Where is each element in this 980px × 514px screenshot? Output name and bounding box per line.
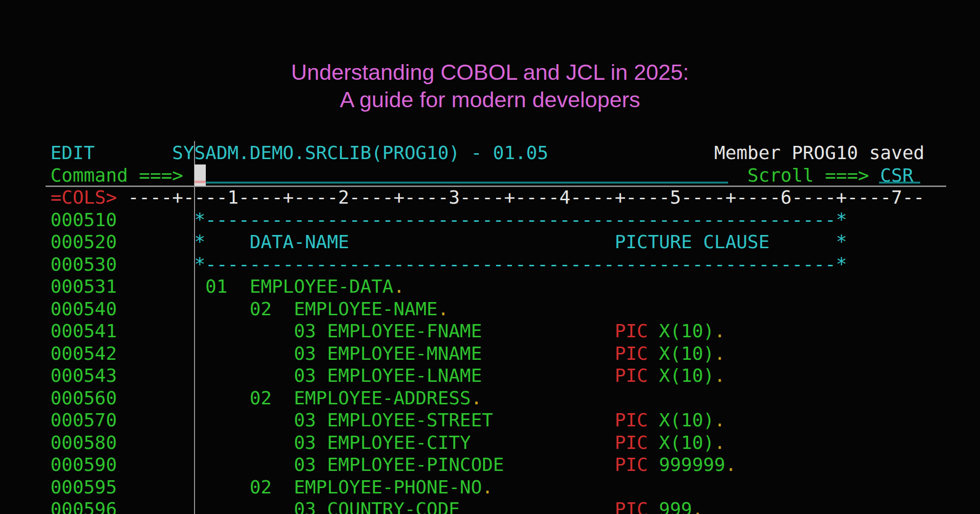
pic-keyword: PIC [614, 343, 648, 365]
cursor-stripe [195, 181, 206, 183]
level-number: 01 [205, 276, 227, 298]
text-cursor [195, 164, 206, 186]
column-ruler: ----+----1----+----2----+----3----+----4… [128, 187, 925, 209]
line-number: 000595 [50, 476, 117, 499]
period: . [393, 276, 405, 298]
page-title-line2: A guide for modern developers [0, 86, 980, 114]
period: . [692, 498, 703, 514]
level-number: 03 [294, 432, 316, 454]
command-label: Command ===> [50, 164, 183, 187]
level-number: 03 [294, 409, 316, 432]
cols-label: =COLS> [50, 187, 117, 209]
line-number: 000540 [50, 298, 117, 321]
line-number: 000531 [50, 276, 117, 298]
line-number: 000530 [50, 254, 117, 276]
pic-clause: 999999 [659, 454, 725, 476]
comment-text: PICTURE CLAUSE [614, 231, 769, 254]
period: . [482, 476, 493, 499]
page-title: Understanding COBOL and JCL in 2025: A g… [0, 59, 980, 114]
period: . [714, 343, 726, 365]
data-name: COUNTRY-CODE [327, 498, 460, 514]
line-number: 000543 [50, 365, 117, 387]
pic-keyword: PIC [614, 454, 648, 476]
separator-line [46, 186, 946, 187]
line-number: 000570 [50, 409, 117, 432]
pic-clause: X(10) [659, 343, 714, 365]
level-number: 03 [294, 498, 316, 514]
level-number: 03 [294, 343, 316, 365]
period: . [438, 298, 449, 321]
data-name: EMPLOYEE-DATA [249, 276, 393, 298]
dataset-name: SYSADM.DEMO.SRCLIB(PROG10) - 01.05 [172, 142, 548, 164]
data-name: EMPLOYEE-NAME [294, 298, 438, 321]
command-input-field[interactable] [206, 182, 728, 184]
line-number: 000596 [50, 498, 117, 514]
period: . [471, 387, 482, 410]
data-name: EMPLOYEE-STREET [327, 409, 493, 432]
level-number: 02 [249, 476, 271, 499]
comment-star: * [836, 231, 847, 254]
pic-keyword: PIC [614, 498, 648, 514]
pic-clause: X(10) [659, 409, 714, 432]
data-name: EMPLOYEE-PHONE-NO [294, 476, 482, 499]
data-name: EMPLOYEE-PINCODE [327, 454, 504, 476]
data-name: EMPLOYEE-FNAME [327, 320, 482, 343]
pic-keyword: PIC [614, 365, 648, 387]
line-number: 000541 [50, 320, 117, 343]
period: . [714, 365, 726, 387]
line-number: 000580 [50, 432, 117, 454]
level-number: 03 [294, 365, 316, 387]
pic-keyword: PIC [614, 432, 648, 454]
page-title-line1: Understanding COBOL and JCL in 2025: [0, 59, 980, 86]
comment-border: *---------------------------------------… [194, 254, 847, 276]
line-number: 000520 [50, 231, 117, 254]
pic-clause: X(10) [659, 432, 714, 454]
column-boundary-line [194, 141, 195, 514]
scroll-label: Scroll ===> [747, 164, 869, 187]
data-name: EMPLOYEE-CITY [327, 432, 471, 454]
pic-keyword: PIC [614, 320, 648, 343]
period: . [714, 320, 726, 343]
comment-text: DATA-NAME [249, 231, 349, 254]
comment-star: * [194, 231, 205, 254]
comment-border: *---------------------------------------… [194, 209, 847, 232]
pic-keyword: PIC [614, 409, 648, 432]
line-number: 000560 [50, 387, 117, 410]
level-number: 02 [249, 387, 271, 410]
period: . [714, 409, 726, 432]
pic-clause: X(10) [659, 365, 714, 387]
period: . [714, 432, 726, 454]
scroll-value-underline [879, 182, 920, 184]
pic-clause: X(10) [659, 320, 714, 343]
level-number: 02 [249, 298, 271, 321]
pic-clause: 999 [659, 498, 692, 514]
period: . [725, 454, 736, 476]
status-message: Member PROG10 saved [714, 142, 925, 164]
data-name: EMPLOYEE-MNAME [327, 343, 482, 365]
line-number: 000542 [50, 343, 117, 365]
line-number: 000590 [50, 454, 117, 476]
data-name: EMPLOYEE-LNAME [327, 365, 482, 387]
screen-mode: EDIT [50, 142, 95, 164]
line-number: 000510 [50, 209, 117, 232]
level-number: 03 [294, 454, 316, 476]
screen: Understanding COBOL and JCL in 2025: A g… [0, 0, 980, 514]
data-name: EMPLOYEE-ADDRESS [294, 387, 471, 410]
level-number: 03 [294, 320, 316, 343]
